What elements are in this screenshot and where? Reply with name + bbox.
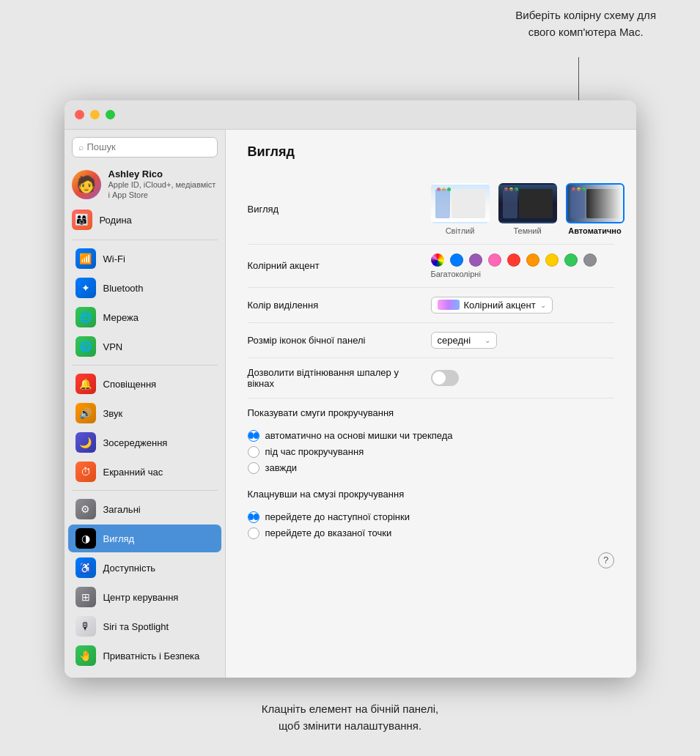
- sidebar-item-screentime[interactable]: ⏱ Екранний час: [68, 458, 221, 486]
- sidebar-item-network[interactable]: 🌐 Мережа: [68, 303, 221, 331]
- vpn-icon: 🌐: [75, 336, 96, 357]
- content-area: ⌕ 🧑 Ashley Rico Apple ID, iCloud+, медіа…: [65, 130, 636, 678]
- maximize-button[interactable]: [106, 110, 115, 119]
- multicolor-label: Багатоколірні: [431, 270, 597, 278]
- color-orange[interactable]: [526, 253, 539, 267]
- divider-2: [72, 365, 218, 366]
- scrollbars-auto-radio[interactable]: [248, 430, 259, 442]
- wallpaper-tinting-toggle[interactable]: [431, 370, 459, 386]
- family-icon: 👨‍👩‍👧: [72, 210, 92, 230]
- highlight-color-button[interactable]: Колірний акцент ⌄: [431, 297, 553, 314]
- appearance-option-auto[interactable]: Автоматично: [566, 183, 625, 235]
- color-purple[interactable]: [469, 253, 482, 267]
- sidebar-item-sound[interactable]: 🔊 Звук: [68, 399, 221, 427]
- scrollbars-always-label: завжди: [265, 462, 298, 473]
- appearance-options: Світлий: [431, 183, 625, 235]
- sidebar-item-appearance[interactable]: ◑ Вигляд: [68, 525, 221, 552]
- sidebar-item-label-privacy: Приватність і Безпека: [103, 651, 200, 662]
- sidebar-item-control[interactable]: ⊞ Центр керування: [68, 583, 221, 611]
- highlight-color-row: Колір виділення Колірний акцент ⌄: [248, 288, 614, 323]
- sidebar-item-privacy[interactable]: 🤚 Приватність і Безпека: [68, 642, 221, 670]
- sidebar-item-label-network: Мережа: [103, 312, 139, 323]
- highlight-color-control: Колірний акцент ⌄: [431, 297, 614, 314]
- click-scroll-next-option[interactable]: перейдете до наступної сторінки: [248, 511, 614, 523]
- close-button[interactable]: [75, 110, 84, 119]
- thumb-content-auto: [586, 189, 620, 218]
- click-scroll-next-radio[interactable]: [248, 511, 259, 523]
- divider-1: [72, 240, 218, 240]
- sidebar-icon-size-dropdown[interactable]: середні ⌄: [431, 332, 497, 349]
- thumb-inner-light: [435, 189, 485, 218]
- user-name: Ashley Rico: [108, 168, 218, 179]
- sidebar-item-label-screentime: Екранний час: [103, 467, 163, 478]
- sidebar-item-label-vpn: VPN: [103, 341, 123, 352]
- sidebar-item-family[interactable]: 👨‍👩‍👧 Родина: [65, 206, 225, 236]
- sidebar-item-label-control: Центр керування: [103, 592, 179, 603]
- search-input[interactable]: [87, 141, 211, 152]
- minimize-button[interactable]: [90, 110, 100, 119]
- thumb-content-light: [452, 189, 485, 218]
- thumb-inner-dark: [503, 189, 553, 218]
- main-content: Вигляд Вигляд: [226, 130, 636, 678]
- sidebar-item-wifi[interactable]: 📶 Wi-Fi: [68, 245, 221, 273]
- bluetooth-icon: ✦: [75, 278, 96, 298]
- color-green[interactable]: [564, 253, 578, 267]
- highlight-chevron-icon: ⌄: [540, 301, 546, 309]
- sidebar-icon-size-control: середні ⌄: [431, 332, 614, 349]
- search-box[interactable]: ⌕: [72, 137, 218, 158]
- scrollbars-scrolling-option[interactable]: під час прокручування: [248, 446, 614, 458]
- sidebar-item-label-bluetooth: Bluetooth: [103, 283, 144, 294]
- sidebar-item-label-notifications: Сповіщення: [103, 379, 157, 390]
- appearance-control: Світлий: [431, 183, 625, 235]
- scrollbars-always-option[interactable]: завжди: [248, 462, 614, 474]
- annotation-top: Виберіть колірну схему для свого комп'ют…: [515, 7, 656, 40]
- sidebar-item-label-siri: Siri та Spotlight: [103, 621, 169, 632]
- color-options: Багатоколірні: [431, 253, 597, 278]
- appearance-option-dark[interactable]: Темний: [498, 183, 557, 235]
- help-button[interactable]: ?: [598, 552, 614, 568]
- sidebar-item-accessibility[interactable]: ♿ Доступність: [68, 554, 221, 582]
- wallpaper-tinting-label: Дозволити відтінювання шпалер у вікнах: [248, 367, 424, 389]
- divider-3: [72, 490, 218, 491]
- annotation-bottom: Клацніть елемент на бічній панелі, щоб з…: [262, 701, 438, 734]
- appearance-thumb-dark: [498, 183, 557, 223]
- sidebar-item-general[interactable]: ⚙ Загальні: [68, 495, 221, 523]
- avatar-emoji: 🧑: [76, 175, 96, 194]
- scrollbars-scrolling-radio[interactable]: [248, 446, 259, 458]
- highlight-swatch: [438, 300, 460, 310]
- scrollbars-always-radio[interactable]: [248, 462, 259, 474]
- color-graphite[interactable]: [583, 253, 597, 267]
- appearance-option-auto-label: Автоматично: [568, 226, 621, 235]
- color-multicolor[interactable]: [431, 253, 444, 267]
- sidebar-item-label-accessibility: Доступність: [103, 563, 156, 574]
- sidebar-item-notifications[interactable]: 🔔 Сповіщення: [68, 370, 221, 398]
- privacy-icon: 🤚: [75, 645, 96, 666]
- color-red[interactable]: [507, 253, 520, 267]
- appearance-option-light-label: Світлий: [446, 226, 475, 235]
- sidebar-item-siri[interactable]: 🎙 Siri та Spotlight: [68, 612, 221, 640]
- appearance-option-light[interactable]: Світлий: [431, 183, 490, 235]
- color-yellow[interactable]: [545, 253, 559, 267]
- sidebar-icon-size-value: середні: [438, 335, 471, 346]
- color-blue[interactable]: [450, 253, 463, 267]
- family-label: Родина: [100, 215, 132, 226]
- sidebar-item-label-general: Загальні: [103, 504, 141, 515]
- show-scrollbars-title: Показувати смуги прокручування: [248, 407, 614, 418]
- click-scroll-spot-option[interactable]: перейдете до вказаної точки: [248, 527, 614, 539]
- sidebar-item-focus[interactable]: 🌙 Зосередження: [68, 429, 221, 456]
- click-scroll-section: Клацнувши на смузі прокручування перейде…: [248, 480, 614, 545]
- user-profile-item[interactable]: 🧑 Ashley Rico Apple ID, iCloud+, медіавм…: [65, 165, 225, 207]
- color-pink[interactable]: [488, 253, 501, 267]
- click-scroll-spot-radio[interactable]: [248, 527, 259, 539]
- sidebar-item-label-appearance: Вигляд: [103, 533, 135, 544]
- accent-color-control: Багатоколірні: [431, 253, 614, 278]
- sidebar-size-chevron-icon: ⌄: [485, 336, 490, 344]
- highlight-color-value: Колірний акцент: [464, 300, 536, 311]
- accessibility-icon: ♿: [75, 557, 96, 578]
- scrollbars-auto-label: автоматично на основі мишки чи трекпеда: [265, 430, 453, 441]
- sidebar-item-bluetooth[interactable]: ✦ Bluetooth: [68, 274, 221, 302]
- sidebar-item-vpn[interactable]: 🌐 VPN: [68, 333, 221, 360]
- appearance-setting-row: Вигляд: [248, 174, 614, 245]
- radio-fill: [248, 432, 254, 439]
- scrollbars-auto-option[interactable]: автоматично на основі мишки чи трекпеда: [248, 430, 614, 442]
